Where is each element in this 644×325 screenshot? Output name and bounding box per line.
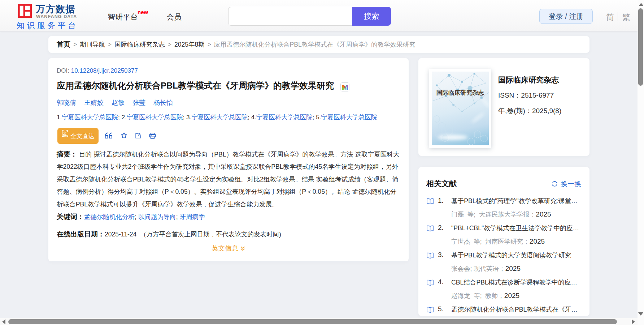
svg-text:free: free: [63, 134, 68, 137]
